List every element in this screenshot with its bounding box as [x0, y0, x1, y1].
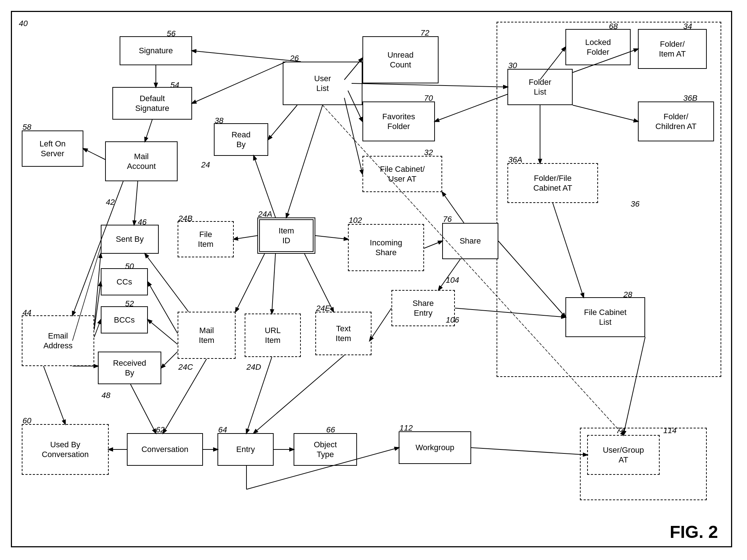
- email-address-label: EmailAddress: [43, 331, 73, 351]
- user-group-at-label: User/GroupAT: [603, 445, 644, 465]
- object-type-label: ObjectType: [314, 440, 337, 460]
- node-favorites-folder: FavoritesFolder: [362, 101, 435, 141]
- unread-count-label: UnreadCount: [387, 50, 414, 70]
- node-entry: Entry: [217, 433, 274, 466]
- diagram-container: 40 UserList 26 Signature 56 DefaultSigna…: [0, 0, 747, 560]
- share-label: Share: [460, 236, 481, 246]
- node-share: Share: [442, 223, 498, 259]
- ref-24e: 24E: [316, 304, 330, 313]
- ref-28: 28: [623, 290, 632, 299]
- default-signature-label: DefaultSignature: [135, 94, 169, 113]
- node-signature: Signature: [120, 36, 192, 65]
- file-item-label: FileItem: [198, 229, 213, 249]
- sent-by-label: Sent By: [116, 234, 144, 244]
- ref-40: 40: [19, 19, 28, 28]
- node-folder-file-cabinet-at: Folder/FileCabinet AT: [507, 163, 598, 203]
- node-user-group-at: User/GroupAT: [587, 435, 660, 475]
- ref-60: 60: [22, 416, 31, 426]
- ref-106: 106: [446, 315, 459, 325]
- node-folder-children-at: Folder/Children AT: [638, 101, 714, 141]
- ccs-label: CCs: [117, 277, 132, 287]
- locked-folder-label: LockedFolder: [585, 37, 611, 57]
- signature-label: Signature: [139, 46, 173, 56]
- item-id-label: ItemID: [279, 226, 294, 246]
- node-workgroup: Workgroup: [399, 431, 471, 464]
- node-object-type: ObjectType: [294, 433, 357, 466]
- figure-label: FIG. 2: [670, 522, 718, 542]
- node-used-by-conversation: Used ByConversation: [22, 424, 109, 475]
- ref-62: 62: [156, 425, 165, 435]
- file-cabinet-list-label: File CabinetList: [584, 307, 626, 327]
- node-bccs: BCCs: [101, 306, 148, 333]
- incoming-share-label: IncomingShare: [370, 238, 402, 258]
- url-item-label: URLItem: [265, 325, 281, 345]
- node-conversation: Conversation: [127, 433, 203, 466]
- mail-item-label: MailItem: [199, 325, 215, 345]
- favorites-folder-label: FavoritesFolder: [382, 112, 415, 132]
- node-item-id: ItemID: [257, 217, 315, 254]
- ref-32: 32: [424, 148, 433, 157]
- ref-38: 38: [215, 116, 223, 125]
- node-mail-account: MailAccount: [105, 141, 178, 181]
- ref-66: 66: [326, 425, 335, 435]
- file-cabinet-user-at-label: File Cabinet/User AT: [380, 164, 425, 184]
- ref-104: 104: [446, 275, 459, 285]
- node-url-item: URLItem: [245, 314, 301, 357]
- ref-24c: 24C: [178, 362, 193, 372]
- node-received-by: ReceivedBy: [98, 352, 161, 384]
- ref-74: 74: [616, 426, 625, 435]
- ref-24-main: 24: [201, 160, 210, 170]
- ref-24b: 24B: [178, 214, 192, 223]
- node-read-by: ReadBy: [214, 123, 268, 156]
- ref-58: 58: [22, 123, 31, 132]
- ref-48: 48: [101, 391, 110, 400]
- node-locked-folder: LockedFolder: [565, 29, 631, 65]
- ref-46: 46: [138, 217, 146, 227]
- folder-children-at-label: Folder/Children AT: [655, 112, 696, 132]
- conversation-label: Conversation: [141, 444, 188, 455]
- ref-68: 68: [609, 22, 618, 31]
- ref-24d: 24D: [246, 362, 261, 372]
- user-list-label: UserList: [314, 74, 331, 94]
- text-item-label: TextItem: [336, 324, 351, 344]
- node-sent-by: Sent By: [101, 225, 159, 254]
- node-default-signature: DefaultSignature: [112, 87, 192, 120]
- node-folder-list: FolderList: [507, 69, 573, 105]
- ref-70: 70: [424, 94, 433, 103]
- mail-account-label: MailAccount: [127, 152, 156, 171]
- ref-52: 52: [125, 299, 134, 308]
- node-ccs: CCs: [101, 268, 148, 295]
- folder-item-at-label: Folder/Item AT: [659, 39, 686, 59]
- node-email-address: EmailAddress: [22, 315, 94, 366]
- ref-72: 72: [420, 28, 429, 38]
- ref-34: 34: [683, 22, 692, 31]
- received-by-label: ReceivedBy: [113, 358, 146, 378]
- node-left-on-server: Left OnServer: [22, 130, 83, 167]
- ref-36b: 36B: [683, 94, 697, 103]
- node-file-item: FileItem: [178, 221, 234, 257]
- ref-26: 26: [290, 54, 299, 63]
- folder-file-cabinet-at-label: Folder/FileCabinet AT: [533, 173, 572, 193]
- node-file-cabinet-user-at: File Cabinet/User AT: [362, 156, 442, 192]
- node-unread-count: UnreadCount: [362, 36, 439, 83]
- share-entry-label: ShareEntry: [412, 298, 434, 318]
- folder-list-label: FolderList: [529, 77, 551, 97]
- node-incoming-share: IncomingShare: [348, 224, 424, 271]
- node-share-entry: ShareEntry: [391, 290, 455, 326]
- node-folder-item-at: Folder/Item AT: [638, 29, 707, 69]
- ref-114: 114: [663, 426, 677, 435]
- ref-112: 112: [399, 423, 413, 433]
- ref-50: 50: [125, 262, 134, 271]
- ref-54: 54: [170, 80, 179, 90]
- node-file-cabinet-list: File CabinetList: [565, 297, 645, 337]
- ref-56: 56: [167, 29, 175, 38]
- ref-42: 42: [106, 198, 115, 207]
- node-user-list: UserList: [283, 62, 362, 105]
- left-on-server-label: Left OnServer: [40, 139, 66, 159]
- ref-36a: 36A: [508, 155, 522, 165]
- ref-64: 64: [218, 425, 227, 435]
- ref-102: 102: [349, 216, 362, 225]
- workgroup-label: Workgroup: [415, 443, 454, 453]
- ref-30: 30: [508, 61, 517, 70]
- ref-76: 76: [443, 215, 452, 224]
